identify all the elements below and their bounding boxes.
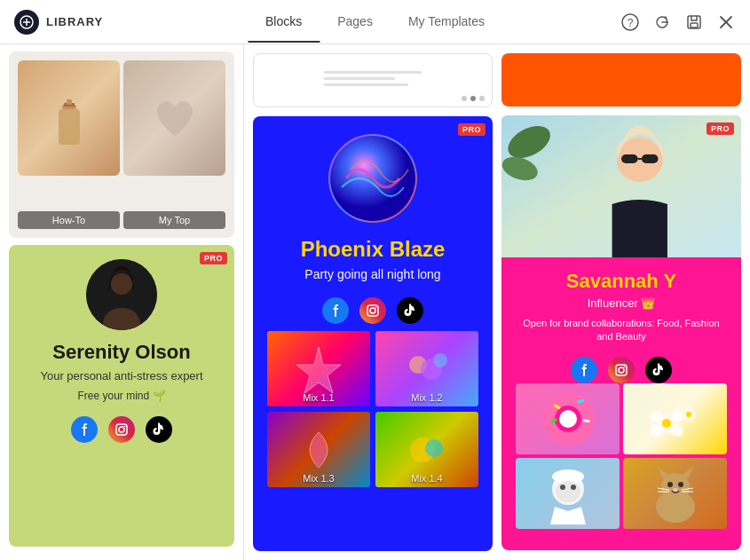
svg-point-29 xyxy=(425,439,443,457)
mix11-label: Mix 1.1 xyxy=(267,392,370,403)
phoenix-subtitle: Party going all night long xyxy=(304,267,440,281)
tiktok-icon xyxy=(146,416,172,443)
svg-point-64 xyxy=(667,482,673,487)
logo: LIBRARY xyxy=(14,10,103,35)
phoenix-social xyxy=(322,297,423,324)
svg-point-14 xyxy=(111,273,132,295)
pro-badge: PRO xyxy=(458,123,486,136)
svg-rect-34 xyxy=(621,154,638,163)
svg-point-42 xyxy=(559,410,577,428)
svg-point-23 xyxy=(370,308,375,313)
svg-point-38 xyxy=(619,367,624,373)
header-tabs: Blocks Pages My Templates xyxy=(248,2,502,43)
tab-blocks[interactable]: Blocks xyxy=(248,2,320,43)
svg-point-52 xyxy=(671,424,683,437)
svg-point-49 xyxy=(650,410,662,422)
svg-rect-20 xyxy=(324,83,408,86)
svg-point-17 xyxy=(124,426,126,428)
mix-11: Mix 1.1 xyxy=(267,331,370,406)
tiktok-icon xyxy=(645,357,672,383)
svg-rect-37 xyxy=(616,365,627,375)
middle-column: PRO xyxy=(253,53,493,551)
facebook-icon xyxy=(571,357,597,383)
serenity-subtitle: Your personal anti-stress expert xyxy=(40,369,202,383)
svg-point-51 xyxy=(650,424,662,437)
svg-rect-22 xyxy=(367,305,378,316)
svg-rect-12 xyxy=(67,99,72,105)
savannah-grid-donut xyxy=(516,383,620,454)
svg-point-59 xyxy=(571,485,576,490)
serenity-social xyxy=(71,416,172,443)
logo-text: LIBRARY xyxy=(46,15,103,28)
facebook-icon xyxy=(71,416,98,443)
savannah-name: Savannah Y xyxy=(566,270,676,293)
savannah-card[interactable]: PRO xyxy=(501,115,741,550)
svg-point-39 xyxy=(624,366,626,367)
tab-pages[interactable]: Pages xyxy=(320,2,391,43)
svg-rect-10 xyxy=(59,109,80,145)
my-top-label: My Top xyxy=(123,211,225,229)
cards-area: PRO xyxy=(244,44,750,560)
left-panel: How-To My Top PRO Serenity Olson xyxy=(0,44,244,560)
instagram-icon xyxy=(608,357,635,383)
savannah-grid-flowers xyxy=(623,383,727,454)
heart-image xyxy=(123,60,225,176)
savannah-grid-skincare xyxy=(516,458,620,529)
savannah-photo xyxy=(501,115,741,257)
mix-12: Mix 1.2 xyxy=(375,331,478,406)
pro-badge: PRO xyxy=(200,252,227,264)
header-actions: ? xyxy=(620,12,736,32)
svg-point-48 xyxy=(662,419,671,428)
main-content: How-To My Top PRO Serenity Olson xyxy=(0,44,750,560)
phoenix-card[interactable]: PRO xyxy=(253,116,493,551)
svg-point-27 xyxy=(433,353,447,367)
serenity-avatar xyxy=(86,259,157,330)
svg-point-16 xyxy=(119,427,124,432)
facebook-icon xyxy=(322,297,349,324)
mix13-label: Mix 1.3 xyxy=(267,473,370,484)
preview-placeholder xyxy=(320,67,426,95)
phoenix-name: Phoenix Blaze xyxy=(301,237,446,262)
serenity-tagline: Free your mind 🌱 xyxy=(77,390,165,402)
how-to-label: How-To xyxy=(18,211,120,229)
header: LIBRARY Blocks Pages My Templates ? xyxy=(0,0,750,44)
middle-top-card[interactable] xyxy=(253,53,493,107)
nav-dots xyxy=(462,96,485,101)
svg-point-66 xyxy=(673,488,678,492)
savannah-desc: Open for brand collaborations: Food, Fas… xyxy=(516,317,727,344)
pro-badge: PRO xyxy=(707,122,734,135)
save-icon[interactable] xyxy=(684,12,704,32)
svg-text:?: ? xyxy=(628,17,634,29)
close-icon[interactable] xyxy=(716,12,736,32)
savannah-grid xyxy=(516,383,727,529)
svg-point-50 xyxy=(671,410,683,422)
savannah-role: Influencer 👑 xyxy=(588,296,656,310)
svg-point-54 xyxy=(686,412,691,417)
refresh-icon[interactable] xyxy=(652,12,672,32)
instagram-icon xyxy=(108,416,135,443)
svg-point-58 xyxy=(560,485,565,490)
phoenix-grid: Mix 1.1 Mix 1.2 xyxy=(267,331,478,487)
svg-point-61 xyxy=(661,473,690,501)
svg-point-57 xyxy=(556,481,580,502)
mix14-label: Mix 1.4 xyxy=(375,473,478,484)
svg-point-24 xyxy=(375,307,377,309)
svg-point-65 xyxy=(678,482,683,487)
serenity-name: Serenity Olson xyxy=(52,341,190,364)
mix12-label: Mix 1.2 xyxy=(375,392,478,403)
how-to-card[interactable]: How-To My Top xyxy=(9,51,234,238)
savannah-grid-cat xyxy=(623,458,727,529)
logo-icon xyxy=(14,10,39,35)
right-top-card[interactable] xyxy=(501,53,741,106)
serenity-card[interactable]: PRO Serenity Olson Your personal anti-st… xyxy=(9,245,234,547)
svg-rect-18 xyxy=(324,71,422,74)
svg-rect-5 xyxy=(688,16,700,28)
svg-rect-6 xyxy=(691,23,698,28)
tiktok-icon xyxy=(397,297,423,324)
tab-my-templates[interactable]: My Templates xyxy=(391,2,502,43)
savannah-content: Savannah Y Influencer 👑 Open for brand c… xyxy=(501,257,741,541)
help-icon[interactable]: ? xyxy=(620,12,640,32)
mix-14: Mix 1.4 xyxy=(375,412,478,487)
svg-rect-19 xyxy=(324,77,395,80)
right-column: PRO xyxy=(501,53,741,551)
